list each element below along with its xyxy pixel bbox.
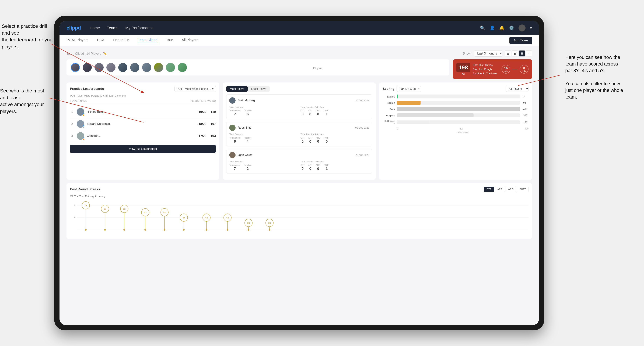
bar-value-pars: 499	[523, 108, 528, 110]
lb-scores-1: 19/20 110	[198, 110, 216, 114]
svg-text:4x: 4x	[226, 216, 229, 219]
practice-value-1: 6	[244, 112, 252, 116]
total-rounds-label-2: Total Rounds	[229, 133, 298, 136]
show-label: Show:	[463, 52, 472, 55]
activity-avatar-1	[229, 97, 236, 104]
player-avatar-2[interactable]	[82, 63, 92, 72]
add-team-button[interactable]: Add Team	[510, 37, 532, 44]
annotation-top-left: Select a practice drill and seethe leade…	[2, 23, 52, 50]
player-avatar-10[interactable]	[178, 63, 187, 72]
lb-score-1: 19/20	[198, 110, 206, 114]
streaks-tab-arg[interactable]: ARG	[506, 187, 516, 192]
least-active-toggle[interactable]: Least Active	[248, 86, 270, 92]
bar-value-eagles: 3	[523, 95, 528, 98]
leaderboard-row-2[interactable]: 2 🥈 Edward Crossman 18/20 107	[70, 118, 216, 130]
svg-text:3x: 3x	[268, 222, 271, 224]
scoring-bar-chart: Eagles 3 Birdies 96	[383, 95, 528, 134]
activity-stats-3: Total Rounds Tournament 7 Practice 2	[229, 160, 369, 171]
player-filter-select[interactable]: All Players	[506, 86, 528, 92]
view-full-leaderboard-button[interactable]: View Full Leaderboard	[70, 145, 216, 153]
activity-name-2: Rees Britt	[238, 126, 251, 130]
streaks-tab-app[interactable]: APP	[495, 187, 505, 192]
tournament-value-1: 7	[229, 112, 240, 116]
player-avatar-3[interactable]	[94, 63, 104, 72]
nav-item-teams[interactable]: Teams	[107, 26, 118, 30]
player-avatar-4[interactable]	[106, 63, 116, 72]
par-filter-select[interactable]: Par 3, 4 & 5s Par 3s Par 4s Par 5s	[396, 86, 421, 92]
avatar[interactable]	[518, 24, 526, 31]
total-practice-label-1: Total Practice Activities	[300, 106, 369, 108]
lb-info-1: Richard Butler	[87, 110, 196, 113]
players-row	[71, 63, 187, 72]
edit-icon[interactable]: ✏️	[103, 51, 107, 55]
sort-icon[interactable]: ↕	[526, 50, 532, 56]
practice-drill-dropdown[interactable]: PUTT Must Make Putting ... ▾	[174, 86, 216, 92]
arg-value-1: 0	[316, 112, 320, 116]
grid-large-icon[interactable]: ▦	[512, 50, 518, 56]
activity-header-3: Josh Coles 26 Aug 2023	[229, 152, 369, 158]
medal-gold: 🥇	[82, 113, 85, 116]
tab-tour[interactable]: Tour	[166, 38, 173, 43]
bar-container-dbogeys	[397, 120, 520, 124]
practice-stat-1: Practice 6	[244, 109, 252, 116]
svg-point-22	[164, 229, 166, 231]
nav-icons: 🔍 👤 🔔 ⚙️ ▾	[480, 24, 532, 31]
rank-3: 3	[70, 134, 74, 138]
shot-connector	[512, 69, 518, 69]
col-pb-avg: PB AVG SQ	[203, 100, 216, 102]
ott-value-2: 0	[300, 140, 305, 144]
practice-value-3: 2	[244, 167, 252, 171]
ott-stat-2: OTT 0	[300, 137, 305, 144]
tablet-screen: clippd Home Teams My Performance 🔍 👤 🔔 ⚙…	[60, 21, 539, 325]
svg-text:4x: 4x	[182, 216, 185, 219]
putt-stat-3: PUTT 1	[324, 164, 329, 171]
bar-container-pars	[397, 107, 520, 111]
lb-scores-3: 17/20 103	[198, 134, 216, 138]
activity-card-2: Rees Britt 02 Sep 2023 Total Rounds Tour…	[226, 122, 372, 147]
activity-player-3: Josh Coles	[229, 152, 252, 158]
leaderboard-row-1[interactable]: 1 🥇 Richard Butler 19/20 110	[70, 106, 216, 118]
leaderboard-row-3[interactable]: 3 🥉 Cameron... 17/20 103	[70, 130, 216, 142]
svg-text:5x: 5x	[144, 211, 147, 214]
player-avatar-1[interactable]	[71, 63, 80, 72]
nav-item-home[interactable]: Home	[90, 26, 100, 30]
nav-items: Home Teams My Performance	[90, 26, 480, 30]
bar-container-eagles	[397, 95, 520, 98]
rounds-stat-row-2: Tournament 8 Practice 4	[229, 137, 298, 144]
svg-text:4: 4	[74, 216, 75, 218]
person-icon[interactable]: 👤	[490, 25, 495, 30]
show-select[interactable]: Last 3 months Last 6 months Last year	[474, 50, 502, 57]
medal-bronze: 🥉	[82, 137, 85, 140]
tab-hcaps[interactable]: Hcaps 1-5	[113, 38, 129, 43]
activity-date-3: 26 Aug 2023	[356, 154, 369, 156]
rank-2: 2	[70, 122, 74, 126]
dropdown-arrow: ▾	[212, 87, 214, 91]
tab-team-clippd[interactable]: Team Clippd	[138, 38, 157, 43]
total-practice-label-3: Total Practice Activities	[300, 160, 369, 163]
tab-pga[interactable]: PGA	[97, 38, 104, 43]
activity-header-2: Rees Britt 02 Sep 2023	[229, 125, 369, 131]
settings-icon[interactable]: ⚙️	[509, 25, 514, 30]
sub-nav: PGAT Players PGA Hcaps 1-5 Team Clippd T…	[60, 35, 539, 46]
most-active-toggle[interactable]: Most Active	[226, 86, 248, 92]
player-avatar-9[interactable]	[166, 63, 175, 72]
tab-all-players[interactable]: All Players	[182, 38, 198, 43]
practice-value-2: 4	[244, 140, 252, 144]
lb-avatar-3: 🥉	[77, 132, 84, 140]
chevron-down-icon[interactable]: ▾	[530, 25, 532, 30]
streaks-tab-ott[interactable]: OTT	[484, 187, 494, 192]
player-avatar-8[interactable]	[154, 63, 163, 72]
bar-dbogeys: D. Bogeys + 131	[383, 120, 528, 125]
player-avatar-7[interactable]	[142, 63, 151, 72]
streaks-title: Best Round Streaks	[70, 187, 100, 191]
list-view-icon[interactable]: ☰	[519, 50, 525, 56]
search-icon[interactable]: 🔍	[480, 25, 485, 30]
player-avatar-5[interactable]	[118, 63, 128, 72]
tournament-stat-1: Tournament 7	[229, 109, 240, 116]
player-avatar-6[interactable]	[130, 63, 139, 72]
bell-icon[interactable]: 🔔	[499, 25, 504, 30]
nav-item-performance[interactable]: My Performance	[125, 26, 154, 30]
grid-small-icon[interactable]: ⊞	[505, 50, 511, 56]
tab-pgat[interactable]: PGAT Players	[66, 38, 88, 43]
streaks-tab-putt[interactable]: PUTT	[517, 187, 528, 192]
